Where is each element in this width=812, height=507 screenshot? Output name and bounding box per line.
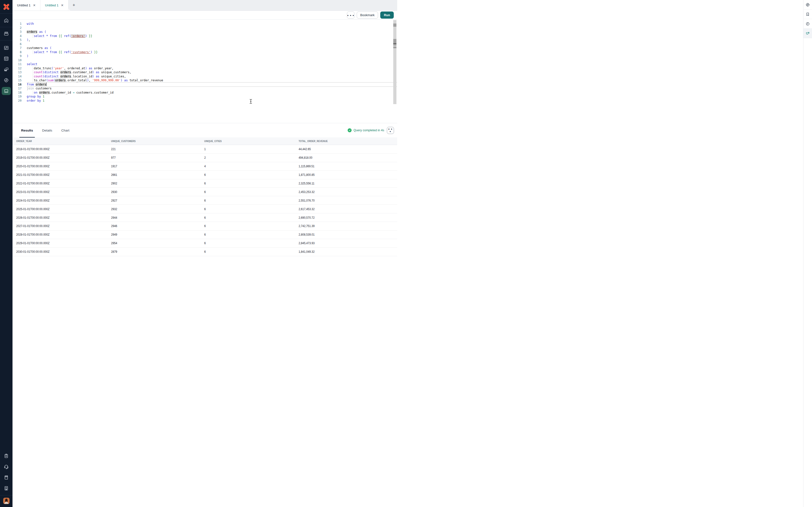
table-row[interactable]: 2021-01-01T00:00:00.000Z266161,871,800.8… [12, 171, 397, 179]
table-cell: 2946 [109, 224, 202, 228]
sidebar-item-app-windows[interactable] [0, 64, 12, 75]
computer-terminal-icon [3, 88, 9, 94]
editor-gutter: 1234567891011121314151617181920 [12, 22, 23, 123]
gutter-line-number: 15 [12, 78, 21, 82]
gutter-line-number: 19 [12, 95, 21, 99]
table-row[interactable]: 2023-01-01T00:00:00.000Z293062,453,253.3… [12, 188, 397, 196]
code-line[interactable] [27, 42, 397, 46]
table-row[interactable]: 2022-01-01T00:00:00.000Z290262,325,556.1… [12, 179, 397, 188]
sidebar-item-code-window[interactable] [0, 53, 12, 64]
code-line[interactable]: ) [27, 54, 397, 58]
code-line[interactable]: order by 1 [27, 99, 397, 103]
document-tab[interactable]: Untitled 1 ✕ [41, 0, 68, 10]
table-cell: 2026-01-01T00:00:00.000Z [14, 216, 109, 219]
code-line[interactable]: customers as ( [27, 46, 397, 50]
table-cell: 2,845,473.93 [297, 241, 397, 245]
more-options-button[interactable]: ● ● ● [347, 11, 355, 19]
table-cell: 6 [202, 190, 297, 194]
table-cell: 2018-01-01T00:00:00.000Z [14, 147, 109, 151]
column-header[interactable]: UNIQUE_CUSTOMERS [109, 139, 202, 143]
sidebar-item-archive-drawer[interactable] [0, 27, 12, 41]
code-line[interactable]: with [27, 22, 397, 26]
sidebar-item-computer-terminal[interactable] [0, 86, 12, 96]
editor-scrollbar[interactable] [393, 20, 397, 104]
bookmark-button[interactable]: Bookmark [357, 11, 378, 19]
table-cell: 6 [202, 250, 297, 253]
results-tab-chart[interactable]: Chart [61, 123, 69, 138]
table-row[interactable]: 2025-01-01T00:00:00.000Z293262,617,453.3… [12, 205, 397, 213]
code-line[interactable]: select * from {{ ref('orders') }} [27, 34, 397, 38]
table-row[interactable]: 2029-01-01T00:00:00.000Z295462,845,473.9… [12, 239, 397, 247]
table-header-row: ORDER_YEARUNIQUE_CUSTOMERSUNIQUE_CITIEST… [12, 137, 397, 145]
table-cell: 2023-01-01T00:00:00.000Z [14, 190, 109, 194]
column-header[interactable]: UNIQUE_CITIES [202, 139, 297, 143]
code-line[interactable]: from orders [27, 82, 397, 87]
code-line[interactable]: to_char(sum(orders.order_total), '999,99… [27, 78, 397, 82]
gutter-line-number: 18 [12, 91, 21, 95]
code-line[interactable]: count(distinct orders.location_id) as un… [27, 74, 397, 78]
table-cell: 6 [202, 207, 297, 211]
run-button[interactable]: Run [380, 11, 394, 19]
code-line[interactable] [27, 58, 397, 62]
scrollbar-mark [393, 47, 397, 48]
code-line[interactable]: date_trunc('year', ordered_at) as order_… [27, 66, 397, 70]
results-tabbar: ResultsDetailsChart Query completed in 4… [12, 123, 397, 137]
table-row[interactable]: 2027-01-01T00:00:00.000Z294662,742,751.3… [12, 222, 397, 230]
table-cell: 2022-01-01T00:00:00.000Z [14, 181, 109, 185]
left-sidebar [0, 0, 12, 253]
table-cell: 2944 [109, 216, 202, 219]
code-line[interactable]: on orders.customer_id = customers.custom… [27, 91, 397, 95]
table-row[interactable]: 2028-01-01T00:00:00.000Z294962,808,539.0… [12, 230, 397, 239]
main-panel: Untitled 1 ✕Untitled 1 ✕ + ● ● ● Bookmar… [12, 0, 397, 253]
editor-code-area[interactable]: withorders as ( select * from {{ ref('or… [27, 22, 397, 123]
table-cell: 977 [109, 156, 202, 160]
table-row[interactable]: 2026-01-01T00:00:00.000Z294462,690,570.7… [12, 213, 397, 222]
results-tab-results[interactable]: Results [21, 123, 33, 138]
scrollbar-thumb[interactable] [393, 23, 397, 27]
code-line[interactable]: orders as ( [27, 30, 397, 34]
sidebar-item-compass[interactable] [0, 75, 12, 86]
table-row[interactable]: 2019-01-01T00:00:00.000Z9772494,818.00 [12, 154, 397, 162]
sidebar-item-home[interactable] [0, 13, 12, 27]
gutter-line-number: 6 [12, 42, 21, 46]
table-cell: 2932 [109, 207, 202, 211]
code-line[interactable]: ), [27, 38, 397, 42]
code-line[interactable]: group by 1 [27, 95, 397, 99]
code-line[interactable]: select * from {{ ref('customers') }} [27, 50, 397, 54]
table-cell: 1917 [109, 164, 202, 168]
tab-label: Untitled 1 [45, 3, 59, 7]
table-cell: 2902 [109, 181, 202, 185]
sidebar-item-dashboard-grid[interactable] [0, 42, 12, 53]
code-line[interactable] [27, 26, 397, 30]
hex-logo-icon [3, 3, 10, 10]
scrollbar-cursor-mark [393, 43, 397, 44]
table-cell: 1,841,049.32 [297, 250, 397, 253]
column-header[interactable]: TOTAL_ORDER_REVENUE [297, 139, 397, 143]
table-cell: 1 [202, 147, 297, 151]
hex-logo[interactable] [0, 0, 12, 13]
gutter-line-number: 14 [12, 74, 21, 78]
table-cell: 2930 [109, 190, 202, 194]
results-more-button[interactable]: ● ● ● [387, 127, 394, 134]
column-header[interactable]: ORDER_YEAR [14, 139, 109, 143]
new-tab-button[interactable]: + [72, 3, 75, 8]
close-icon[interactable]: ✕ [61, 4, 64, 7]
close-icon[interactable]: ✕ [33, 4, 36, 7]
table-cell: 2,808,539.01 [297, 233, 397, 236]
code-line[interactable]: count(distinct orders.customer_id) as un… [27, 70, 397, 74]
table-cell: 6 [202, 224, 297, 228]
document-tab[interactable]: Untitled 1 ✕ [12, 0, 41, 10]
table-row[interactable]: 2020-01-01T00:00:00.000Z191741,115,869.5… [12, 162, 397, 171]
table-cell: 2927 [109, 199, 202, 202]
results-tab-details[interactable]: Details [42, 123, 52, 138]
table-row[interactable]: 2030-01-01T00:00:00.000Z287961,841,049.3… [12, 247, 397, 253]
code-line[interactable]: join customers [27, 87, 397, 91]
gutter-line-number: 3 [12, 30, 21, 34]
table-row[interactable]: 2024-01-01T00:00:00.000Z292762,551,076.7… [12, 196, 397, 205]
sql-editor[interactable]: 1234567891011121314151617181920 withorde… [12, 19, 397, 123]
table-row[interactable]: 2018-01-01T00:00:00.000Z221144,442.65 [12, 145, 397, 154]
code-line[interactable]: select [27, 62, 397, 66]
query-status: Query completed in 4s [348, 128, 384, 132]
table-cell: 2024-01-01T00:00:00.000Z [14, 199, 109, 202]
gutter-line-number: 11 [12, 62, 21, 66]
